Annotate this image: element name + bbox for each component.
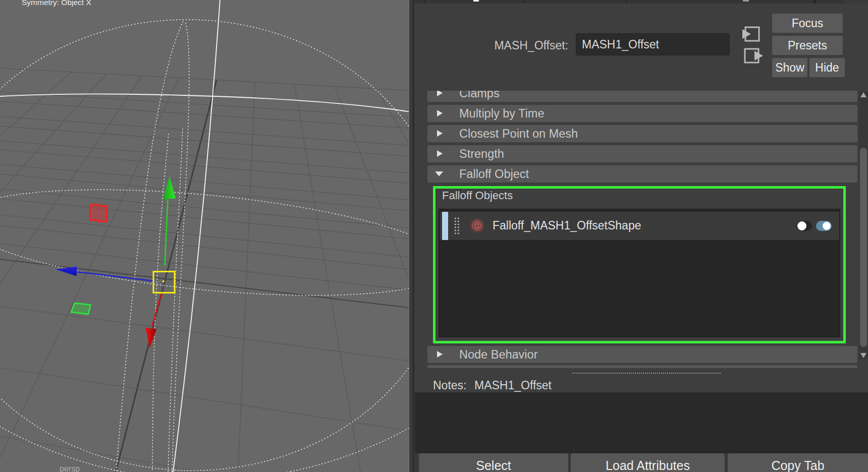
svg-text:Symmetry: Object X: Symmetry: Object X: [22, 0, 91, 7]
svg-text:persp: persp: [60, 464, 80, 472]
